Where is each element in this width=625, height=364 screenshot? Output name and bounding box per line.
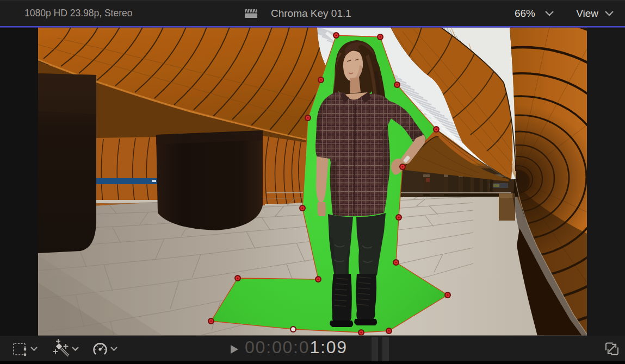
- svg-text:66%: 66%: [515, 8, 535, 19]
- svg-text:View: View: [576, 8, 598, 19]
- svg-text:1080p HD 23.98p, Stereo: 1080p HD 23.98p, Stereo: [24, 8, 132, 18]
- svg-text:Chroma Key 01.1: Chroma Key 01.1: [271, 8, 351, 19]
- svg-text:00:00:01:09: 00:00:01:09: [245, 337, 348, 357]
